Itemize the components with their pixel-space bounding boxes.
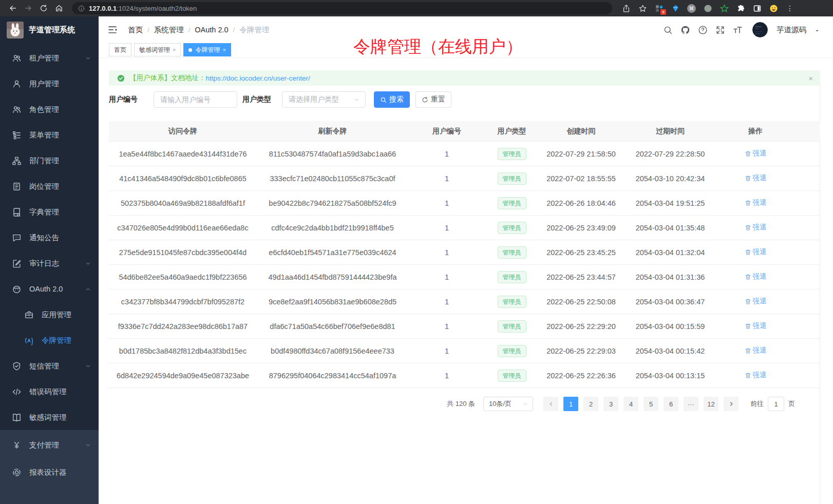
alert-link[interactable]: https://doc.iocoder.cn/user-center/ (206, 74, 310, 82)
sidebar-item-report[interactable]: 报表设计器 (0, 459, 99, 486)
github-icon[interactable] (680, 25, 690, 35)
breadcrumb-item[interactable]: 首页 (128, 25, 143, 35)
goto-page-input[interactable] (768, 397, 784, 411)
page-button[interactable]: 4 (623, 397, 638, 411)
extension-grid-icon[interactable]: 9 (654, 4, 664, 13)
force-logout-button[interactable]: 强退 (745, 272, 767, 281)
caret-down-icon[interactable] (814, 27, 820, 33)
force-logout-button[interactable]: 强退 (745, 321, 767, 331)
force-logout-button[interactable]: 强退 (745, 149, 767, 158)
force-logout-button[interactable]: 强退 (745, 173, 767, 183)
breadcrumb-item[interactable]: 令牌管理 (239, 25, 269, 35)
sidebar-item-dict[interactable]: 字典管理 (0, 199, 99, 225)
user-id-cell: 1 (408, 175, 485, 183)
table-row: b0d1785bc3a8482f812db4a3f3bd15ecb0df4980… (109, 339, 820, 363)
force-logout-button[interactable]: 强退 (745, 198, 767, 207)
sidebar-item-oauth[interactable]: OAuth 2.0 (0, 276, 99, 302)
sidebar-item-label: 错误码管理 (29, 387, 67, 397)
font-size-icon[interactable] (733, 25, 743, 35)
browser-menu-icon[interactable]: ⋮ (786, 4, 793, 12)
fullscreen-icon[interactable] (715, 25, 725, 35)
sidebar-item-pay[interactable]: 支付管理 (0, 432, 99, 459)
created-time-cell: 2022-06-25 22:29:03 (538, 347, 624, 355)
sidebar-item-book[interactable]: 敏感词管理 (0, 404, 99, 430)
app-logo: 芋道管理系统 (0, 16, 99, 43)
user-id-cell: 1 (408, 224, 485, 232)
sidebar-item-tree[interactable]: 部门管理 (0, 148, 99, 173)
sidebar-item-users[interactable]: 租户管理 (0, 45, 99, 71)
bookmark-star-icon[interactable] (638, 4, 647, 13)
force-logout-button[interactable]: 强退 (745, 247, 767, 257)
extension-badge: 9 (660, 9, 666, 15)
user-id-input[interactable] (160, 95, 231, 104)
tab-item[interactable]: 令牌管理× (183, 43, 231, 56)
page-button[interactable]: 6 (664, 397, 678, 411)
share-icon[interactable] (621, 4, 631, 13)
user-type-select[interactable]: 请选择用户类型 (282, 91, 366, 108)
access-token-cell: b0d1785bc3a8482f812db4a3f3bd15ec (109, 347, 257, 355)
chevron-down-icon (85, 363, 91, 370)
user-avatar[interactable] (752, 22, 768, 37)
sidebar-item-token[interactable]: 令牌管理 (0, 327, 99, 353)
force-logout-button[interactable]: 强退 (745, 223, 767, 232)
search-icon[interactable] (663, 25, 673, 35)
browser-forward-icon[interactable] (22, 2, 35, 15)
page-button[interactable]: ··· (684, 397, 698, 411)
help-icon[interactable] (698, 25, 708, 35)
page-button[interactable]: 1 (563, 397, 578, 411)
sidebar-item-user[interactable]: 用户管理 (0, 71, 99, 96)
user-type-badge: 管理员 (498, 246, 526, 259)
force-logout-button[interactable]: 强退 (745, 297, 767, 306)
sidebar-item-log[interactable]: 审计日志 (0, 250, 99, 276)
extension-puzzle-icon[interactable] (736, 4, 745, 13)
sidebar-item-message[interactable]: 通知公告 (0, 225, 99, 250)
user-type-badge: 管理员 (498, 345, 526, 357)
sidebar-item-badge[interactable]: 岗位管理 (0, 173, 99, 199)
search-button[interactable]: 搜索 (374, 91, 410, 108)
prev-page-button[interactable] (543, 397, 558, 411)
browser-reload-icon[interactable] (37, 2, 50, 15)
sidebar-item-label: 租户管理 (29, 53, 59, 63)
created-time-cell: 2022-06-25 23:45:25 (538, 248, 624, 257)
tab-home[interactable]: 首页 (109, 43, 131, 56)
profile-emoji-icon[interactable] (769, 4, 778, 13)
browser-home-icon[interactable] (52, 2, 66, 15)
user-name[interactable]: 芋道源码 (777, 25, 806, 35)
sidebar-item-app[interactable]: 应用管理 (0, 302, 99, 327)
dict-icon (12, 207, 22, 217)
page-size-select[interactable]: 10条/页 (483, 397, 533, 411)
force-logout-button[interactable]: 强退 (745, 371, 767, 380)
address-bar[interactable]: 127.0.0.1:1024/system/oauth2/token (72, 2, 612, 14)
side-panel-icon[interactable] (752, 4, 762, 13)
next-page-button[interactable] (724, 397, 739, 411)
extension-star-icon[interactable] (720, 4, 729, 13)
force-logout-button[interactable]: 强退 (745, 346, 767, 355)
browser-back-icon[interactable] (6, 2, 20, 15)
page-button[interactable]: 3 (603, 397, 618, 411)
breadcrumb-item[interactable]: OAuth 2.0 (195, 26, 228, 34)
page-info-icon[interactable] (78, 5, 85, 12)
access-token-cell: 275e5de9151045fe87cbdc395e004f4d (109, 248, 257, 257)
reset-button[interactable]: 重置 (415, 91, 451, 108)
expire-time-cell: 2054-03-04 01:31:36 (624, 273, 716, 281)
page-button[interactable]: 5 (643, 397, 658, 411)
menu-fold-icon[interactable] (107, 25, 118, 35)
sidebar-item-sms[interactable]: 短信管理 (0, 353, 99, 379)
extension-gem-icon[interactable] (671, 4, 680, 13)
alert-close-icon[interactable]: × (808, 74, 813, 83)
page-button[interactable]: 2 (583, 397, 598, 411)
tab-label: 敏感词管理 (139, 46, 170, 54)
table-row: 54d6be82ee5a460a9aedc1f9bf22365649d1aa46… (109, 265, 820, 289)
tab-close-icon[interactable]: × (222, 47, 225, 53)
sidebar-item-role[interactable]: 角色管理 (0, 96, 99, 122)
extension-circle-icon[interactable] (703, 4, 712, 13)
tab-close-icon[interactable]: × (173, 47, 176, 53)
extension-cmd-icon[interactable]: ⌘ (687, 4, 696, 13)
breadcrumb-item[interactable]: 系统管理 (154, 25, 184, 35)
tab-item[interactable]: 敏感词管理× (134, 43, 181, 56)
sidebar-item-menu[interactable]: 菜单管理 (0, 122, 99, 148)
page-button[interactable]: 12 (704, 397, 718, 411)
sidebar-item-code[interactable]: 错误码管理 (0, 379, 99, 404)
user-type-badge: 管理员 (498, 222, 526, 234)
browser-toolbar: 127.0.0.1:1024/system/oauth2/token 9 ⌘ ⋮ (0, 0, 833, 16)
